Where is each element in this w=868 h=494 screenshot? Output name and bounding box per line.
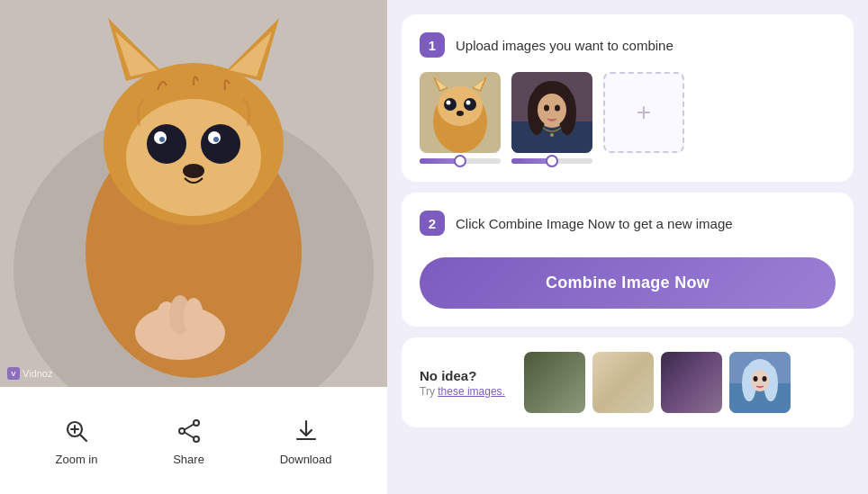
svg-point-38 [444,98,457,111]
step1-card: 1 Upload images you want to combine [402,14,854,182]
images-row: + [420,72,836,164]
step1-title: Upload images you want to combine [456,38,674,53]
svg-line-28 [185,433,194,438]
share-button[interactable]: Share [158,408,220,473]
svg-point-40 [447,101,451,105]
zoom-in-label: Zoom in [56,453,98,466]
svg-point-59 [751,370,769,391]
step2-badge: 2 [420,211,445,236]
step2-title: Click Combine Image Now to get a new ima… [456,216,733,231]
add-image-button[interactable]: + [603,72,684,153]
svg-point-52 [550,133,554,137]
step2-card: 2 Click Combine Image Now to get a new i… [402,193,854,327]
svg-point-61 [763,376,767,382]
main-image: V Vidnoz [0,0,387,387]
image-slot-2 [511,72,592,164]
no-idea-subtitle: Try these images. [420,385,510,398]
svg-point-42 [457,111,464,116]
zoom-in-icon [60,415,93,447]
slider-1[interactable] [420,158,501,164]
idea-thumbs [524,352,791,413]
idea-thumb-1[interactable] [524,352,585,413]
no-idea-title: No idea? [420,368,510,383]
bottom-toolbar: Zoom in Share [0,387,387,494]
no-idea-text: No idea? Try these images. [420,368,510,398]
download-button[interactable]: Download [266,408,347,473]
svg-point-60 [754,376,758,382]
watermark: V Vidnoz [7,367,52,380]
svg-point-19 [184,298,203,336]
watermark-logo: V [7,367,20,380]
download-label: Download [280,453,332,466]
add-icon: + [637,100,651,125]
zoom-in-button[interactable]: Zoom in [41,408,113,473]
svg-point-9 [147,124,186,164]
svg-point-50 [544,105,549,112]
svg-point-39 [464,98,476,111]
svg-point-26 [179,428,185,434]
svg-point-15 [183,164,204,178]
svg-point-13 [159,137,165,142]
idea-thumb-2[interactable] [592,352,654,413]
slider-2[interactable] [511,158,592,164]
left-panel: V Vidnoz Zoom in [0,0,387,494]
step2-header: 2 Click Combine Image Now to get a new i… [420,211,836,236]
svg-point-10 [201,124,240,164]
image-slot-add: + [603,72,684,153]
svg-line-21 [81,436,87,442]
svg-point-8 [126,99,261,216]
step1-badge: 1 [420,32,445,58]
image-slot-1 [420,72,501,164]
svg-point-41 [466,101,471,105]
try-images-link[interactable]: these images. [438,385,505,398]
share-icon [173,415,205,447]
combine-button[interactable]: Combine Image Now [420,257,836,309]
svg-line-27 [185,425,194,430]
share-label: Share [173,453,204,466]
svg-point-25 [194,436,199,442]
svg-point-14 [213,137,219,142]
idea-thumb-3[interactable] [661,352,722,413]
ideas-card: No idea? Try these images. [402,337,854,427]
image-thumb-1[interactable] [420,72,501,153]
image-thumb-2[interactable] [511,72,592,153]
svg-point-24 [194,420,199,426]
download-icon [290,415,322,447]
watermark-text: Vidnoz [23,368,52,379]
step1-header: 1 Upload images you want to combine [420,32,836,58]
svg-point-51 [555,105,560,112]
idea-thumb-4[interactable] [729,352,791,413]
right-panel: 1 Upload images you want to combine [387,0,868,494]
